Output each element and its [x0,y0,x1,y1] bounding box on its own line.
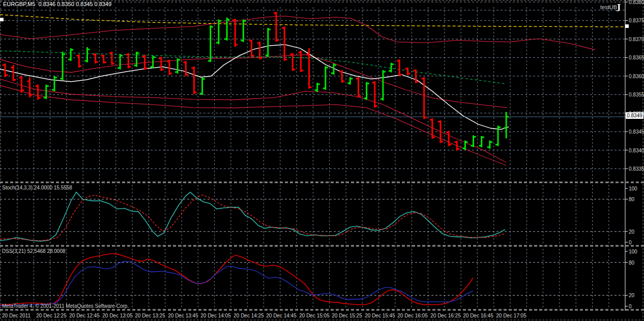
main-chart-area[interactable] [0,0,625,181]
current-price-box: 0.8349 [626,112,643,119]
price-scale[interactable] [625,0,644,311]
dss-pane[interactable] [0,247,625,308]
stoch-pane[interactable] [0,184,625,244]
time-scale[interactable] [0,311,644,321]
